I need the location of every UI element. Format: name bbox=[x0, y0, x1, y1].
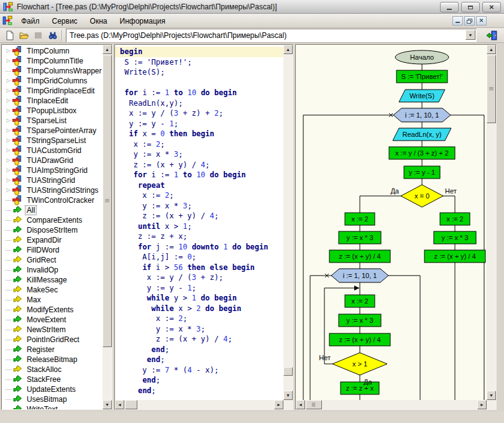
scroll-down-button[interactable]: ▼ bbox=[103, 400, 112, 409]
scroll-left-button[interactable]: ◄ bbox=[115, 400, 124, 409]
expander-icon[interactable]: ▷ bbox=[4, 136, 12, 146]
exit-button[interactable] bbox=[485, 29, 499, 42]
expander-icon[interactable]: ▷ bbox=[4, 126, 12, 136]
flow-node-process[interactable]: y := x * 3 bbox=[339, 231, 381, 244]
close-button[interactable]: ✕ bbox=[482, 2, 501, 12]
expander-icon[interactable]: ▷ bbox=[4, 56, 12, 66]
flow-node-io[interactable]: ReadLn(x, y) bbox=[393, 128, 451, 141]
expander-icon[interactable]: ▷ bbox=[4, 106, 12, 116]
maximize-button[interactable] bbox=[461, 2, 480, 12]
expander-icon[interactable]: ▷ bbox=[4, 96, 12, 106]
tree-item-TUAStringGrid[interactable]: ▷TUAStringGrid bbox=[2, 175, 103, 185]
flowchart-canvas[interactable]: НачалоS := 'Привет!'Write(S)i := 1, 10, … bbox=[296, 45, 487, 400]
tree-item-TSparsePointerArray[interactable]: ▷TSparsePointerArray bbox=[2, 126, 103, 136]
flow-node-process[interactable]: z := (x + y) / 4 bbox=[329, 333, 390, 346]
flow-node-process[interactable]: z := z + x bbox=[341, 382, 379, 394]
document-combobox[interactable]: Tree.pas (D:\MyProg\Delphi\Projects\Flow… bbox=[66, 29, 477, 42]
tree-item-WriteText[interactable]: WriteText bbox=[2, 404, 103, 409]
tree-item-FillDWord[interactable]: FillDWord bbox=[2, 245, 103, 255]
code-vscrollbar[interactable]: ▲ ▼ bbox=[283, 45, 293, 400]
scroll-right-button[interactable]: ► bbox=[274, 400, 283, 409]
tree-vscrollbar[interactable]: ▲ ▼ bbox=[103, 45, 112, 409]
scroll-up-button[interactable]: ▲ bbox=[283, 45, 293, 54]
tree-item-CompareExtents[interactable]: CompareExtents bbox=[2, 215, 103, 225]
code-vscroll-thumb[interactable] bbox=[283, 367, 293, 376]
tree-item-UsesBitmap[interactable]: UsesBitmap bbox=[2, 394, 103, 404]
tree-item-TImpColumn[interactable]: ▷TImpColumn bbox=[2, 46, 103, 56]
flow-node-process[interactable]: z := (x + y) / 4 bbox=[329, 250, 390, 263]
code-hscroll-thumb[interactable] bbox=[125, 400, 137, 409]
flow-node-process[interactable]: z := (x + y) / 4 bbox=[424, 250, 485, 263]
tree-item-InvalidOp[interactable]: InvalidOp bbox=[2, 265, 103, 275]
tree-item-TPopupListbox[interactable]: ▷TPopupListbox bbox=[2, 106, 103, 116]
tree-item-TImpColumnTitle[interactable]: ▷TImpColumnTitle bbox=[2, 56, 103, 66]
tree-item-All[interactable]: All bbox=[2, 205, 103, 215]
tree-item-ModifyExtents[interactable]: ModifyExtents bbox=[2, 305, 103, 315]
code-editor[interactable]: begin S := 'Привет!'; Write(S); for i :=… bbox=[115, 45, 283, 400]
flow-vscrollbar[interactable]: ▲ ▼ bbox=[487, 45, 496, 400]
find-button[interactable] bbox=[45, 29, 60, 42]
flow-node-process[interactable]: x := 2 bbox=[345, 295, 375, 307]
flow-node-process[interactable]: x := y / (3 + z) + 2 bbox=[389, 147, 455, 159]
scroll-down-button[interactable]: ▼ bbox=[283, 391, 293, 400]
expander-icon[interactable]: ▷ bbox=[4, 76, 12, 86]
tree-item-TImpGridInplaceEdit[interactable]: ▷TImpGridInplaceEdit bbox=[2, 86, 103, 96]
expander-icon[interactable]: ▷ bbox=[4, 156, 12, 165]
flow-vscroll-thumb[interactable] bbox=[487, 55, 496, 123]
mdi-restore-button[interactable] bbox=[464, 16, 475, 26]
tree-item-TStringSparseList[interactable]: ▷TStringSparseList bbox=[2, 136, 103, 146]
flow-node-process[interactable]: y := x * 3 bbox=[339, 314, 381, 327]
tree-item-MoveExtent[interactable]: MoveExtent bbox=[2, 315, 103, 325]
menu-item[interactable]: Окна bbox=[84, 15, 114, 27]
open-file-button[interactable] bbox=[17, 29, 31, 42]
tree-item-Register[interactable]: Register bbox=[2, 345, 103, 355]
combobox-dropdown-button[interactable]: ▼ bbox=[465, 30, 475, 40]
tree-item-StackFree[interactable]: StackFree bbox=[2, 374, 103, 384]
flow-hscrollbar[interactable]: ◄ ► bbox=[296, 400, 487, 409]
tree-item-TSparseList[interactable]: ▷TSparseList bbox=[2, 116, 103, 126]
menu-item[interactable]: Файл bbox=[15, 15, 46, 27]
expander-icon[interactable]: ▷ bbox=[4, 116, 12, 126]
minimize-button[interactable] bbox=[440, 2, 459, 12]
flow-node-decision[interactable]: x > 1 bbox=[332, 353, 387, 375]
code-hscrollbar[interactable]: ◄ ► bbox=[115, 400, 283, 409]
tree-item-TImpColumnsWrapper[interactable]: TImpColumnsWrapper bbox=[2, 66, 103, 76]
tree-item-GridRect[interactable]: GridRect bbox=[2, 255, 103, 265]
flow-node-loop[interactable]: i := 1, 10, 1 bbox=[331, 269, 388, 282]
tree-item-TWinControlCracker[interactable]: TWinControlCracker bbox=[2, 195, 103, 205]
flow-node-io[interactable]: Write(S) bbox=[399, 90, 445, 102]
tree-item-KillMessage[interactable]: KillMessage bbox=[2, 275, 103, 285]
flow-node-process[interactable]: x := 2 bbox=[345, 213, 375, 225]
flow-node-process[interactable]: S := 'Привет!' bbox=[396, 70, 447, 83]
tree-item-DisposeStrItem[interactable]: DisposeStrItem bbox=[2, 225, 103, 235]
expander-icon[interactable]: ▷ bbox=[4, 46, 12, 56]
flow-node-process[interactable]: y := x * 3 bbox=[434, 231, 476, 244]
new-file-button[interactable] bbox=[2, 29, 17, 42]
scroll-left-button[interactable]: ◄ bbox=[296, 400, 305, 409]
tree-item-TUACustomGrid[interactable]: ▷TUACustomGrid bbox=[2, 146, 103, 156]
scroll-down-button[interactable]: ▼ bbox=[487, 391, 496, 400]
tree-item-TImpGridColumns[interactable]: ▷TImpGridColumns bbox=[2, 76, 103, 86]
expander-icon[interactable]: ▷ bbox=[4, 146, 12, 156]
expander-icon[interactable]: ▷ bbox=[4, 185, 12, 195]
mdi-close-button[interactable]: ✕ bbox=[476, 16, 487, 26]
scroll-up-button[interactable]: ▲ bbox=[103, 45, 112, 54]
tree-item-Max[interactable]: Max bbox=[2, 295, 103, 305]
tree-item-NewStrItem[interactable]: NewStrItem bbox=[2, 325, 103, 335]
flow-node-process[interactable]: y := y - 1 bbox=[404, 166, 440, 179]
tree-item-TUAStringGridStrings[interactable]: ▷TUAStringGridStrings bbox=[2, 185, 103, 195]
tree-vscroll-thumb[interactable] bbox=[103, 55, 112, 347]
tree-item-TUAImpStringGrid[interactable]: ▷TUAImpStringGrid bbox=[2, 165, 103, 175]
expander-icon[interactable]: ▷ bbox=[4, 165, 12, 175]
scroll-right-button[interactable]: ► bbox=[477, 400, 487, 409]
menu-item[interactable]: Сервис bbox=[46, 15, 84, 27]
tree-item-PointInGridRect[interactable]: PointInGridRect bbox=[2, 335, 103, 345]
tree-item-StackAlloc[interactable]: StackAlloc bbox=[2, 365, 103, 374]
flow-hscroll-thumb[interactable] bbox=[306, 400, 322, 409]
tree-item-ReleaseBitmap[interactable]: ReleaseBitmap bbox=[2, 355, 103, 365]
flow-node-loop[interactable]: i := 1, 10, 1 bbox=[393, 108, 451, 122]
expander-icon[interactable]: ▷ bbox=[4, 175, 12, 185]
flow-node-terminator[interactable]: Начало bbox=[395, 50, 449, 64]
tree-item-TUADrawGrid[interactable]: ▷TUADrawGrid bbox=[2, 156, 103, 165]
mdi-minimize-button[interactable] bbox=[452, 16, 463, 26]
